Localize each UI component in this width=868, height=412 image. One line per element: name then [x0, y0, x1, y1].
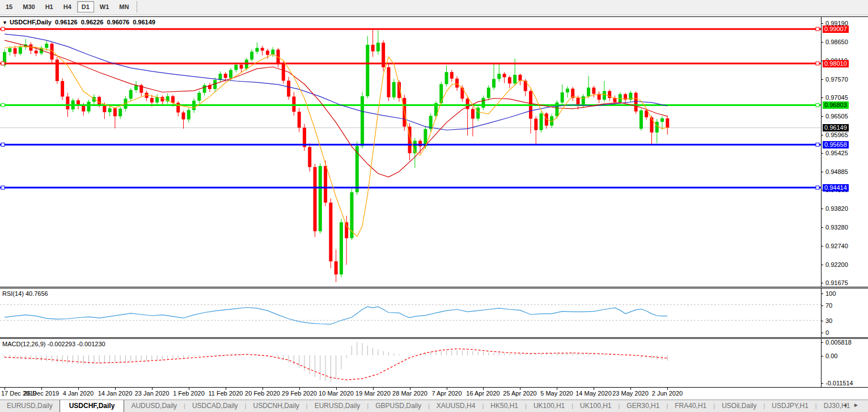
- hline-handle[interactable]: [1, 103, 5, 107]
- tab-fra40-h1[interactable]: FRA40,H1: [668, 400, 713, 412]
- price-axis-label: 0.94885: [825, 169, 848, 175]
- candle: [197, 91, 201, 103]
- tab-gbpusd-daily[interactable]: GBPUSD,Daily: [369, 400, 428, 412]
- candle: [545, 112, 548, 129]
- candle: [282, 61, 285, 84]
- hline-handle[interactable]: [1, 186, 5, 189]
- date-axis-label: 14 May 2020: [575, 390, 612, 397]
- candle: [14, 46, 17, 57]
- timeframe-button-d1[interactable]: D1: [77, 1, 94, 12]
- date-axis-label: 23 May 2020: [612, 390, 649, 397]
- rsi-axis-border: [821, 288, 822, 337]
- chart-title: USDCHF,Daily: [10, 19, 52, 26]
- candle: [592, 86, 595, 98]
- rsi-line: [5, 307, 667, 324]
- candle: [314, 164, 317, 237]
- candle: [450, 70, 454, 82]
- candle: [566, 86, 569, 97]
- date-axis-label: 14 Jan 2020: [98, 390, 133, 397]
- candle: [139, 84, 143, 96]
- candle: [160, 96, 164, 105]
- tab-hk50-h1[interactable]: HK50,H1: [484, 400, 525, 412]
- candle: [608, 90, 611, 101]
- tab-usdchf-daily[interactable]: USDCHF,Daily: [60, 400, 125, 412]
- date-axis-label: 25 Apr 2020: [503, 390, 536, 397]
- tab-uk100-h1[interactable]: UK100,H1: [573, 400, 618, 412]
- tab-scroll-left-icon[interactable]: ◄: [842, 402, 853, 408]
- candlestick-chart[interactable]: [0, 17, 821, 287]
- macd-axis-tick: [821, 383, 823, 384]
- tab-usdjpy-h1[interactable]: USDJPY,H1: [765, 400, 815, 412]
- macd-axis-label: 0.00: [825, 353, 837, 359]
- price-axis-label: 0.97045: [825, 95, 848, 101]
- price-badge: 0.94414: [823, 184, 849, 192]
- hline-handle[interactable]: [1, 27, 5, 31]
- price-axis-tick: [821, 135, 823, 135]
- candle: [218, 71, 222, 83]
- tab-scroll-right-icon[interactable]: ►: [853, 402, 865, 408]
- rsi-axis-tick: [821, 333, 823, 333]
- candle: [371, 29, 375, 57]
- rsi-axis-tick: [821, 294, 823, 294]
- trading-platform-window: 15M30H1H4D1W1MN ▼USDCHF,Daily0.961260.96…: [0, 0, 868, 412]
- candle: [166, 94, 170, 104]
- price-axis-tick: [821, 42, 823, 43]
- hline-handle[interactable]: [816, 27, 819, 31]
- price-badge: 0.99007: [823, 26, 849, 33]
- candle: [387, 64, 390, 101]
- price-axis-label: 0.92740: [825, 243, 848, 249]
- candle: [261, 46, 264, 56]
- timeframe-button-w1[interactable]: W1: [95, 1, 114, 12]
- tab-xauusd-h4[interactable]: XAUUSD,H4: [430, 400, 482, 412]
- tab-audusd-daily[interactable]: AUDUSD,Daily: [124, 400, 184, 412]
- date-axis-label: 19 Mar 2020: [355, 390, 391, 397]
- rsi-axis-label: 100: [825, 291, 836, 297]
- candle: [118, 107, 122, 119]
- timeframe-button-h4[interactable]: H4: [59, 1, 76, 12]
- candle: [455, 76, 459, 91]
- tab-usoil-daily[interactable]: USOil,Daily: [715, 400, 763, 412]
- hline-handle[interactable]: [1, 143, 5, 146]
- candle: [182, 111, 185, 129]
- price-badge: 0.95658: [823, 141, 849, 148]
- tab-ger30-h1[interactable]: GER30,H1: [620, 400, 666, 412]
- candle: [445, 66, 448, 87]
- date-axis-label: 26 Dec 2019: [24, 390, 59, 397]
- candle: [634, 91, 638, 114]
- price-axis-tick: [821, 172, 823, 172]
- candle: [571, 87, 574, 101]
- quote-open: 0.96126: [55, 19, 78, 26]
- tab-usdcad-daily[interactable]: USDCAD,Daily: [185, 400, 245, 412]
- candle: [208, 83, 211, 92]
- candle: [408, 123, 412, 160]
- symbol-tab-bar: EURUSD,DailyUSDCHF,DailyAUDUSD,Daily|USD…: [0, 400, 868, 412]
- candle: [518, 74, 522, 86]
- tab-eurusd-daily[interactable]: EURUSD,Daily: [0, 400, 60, 412]
- rsi-chart[interactable]: [0, 288, 821, 337]
- candle: [603, 81, 606, 102]
- hline-handle[interactable]: [816, 62, 819, 65]
- candle: [476, 105, 480, 121]
- candle: [271, 47, 274, 57]
- hline-handle[interactable]: [816, 186, 819, 189]
- timeframe-button-h1[interactable]: H1: [41, 1, 58, 12]
- hline-handle[interactable]: [1, 62, 5, 65]
- price-axis-label: 0.95425: [825, 150, 848, 156]
- timeframe-button-15[interactable]: 15: [1, 1, 17, 12]
- price-axis-tick: [821, 283, 823, 283]
- candle: [335, 249, 338, 282]
- price-axis-tick: [821, 246, 823, 247]
- timeframe-button-mn[interactable]: MN: [115, 1, 133, 12]
- candle: [61, 78, 64, 100]
- tab-eurusd-daily[interactable]: EURUSD,Daily: [308, 400, 367, 412]
- hline-handle[interactable]: [816, 143, 819, 146]
- tab-uk100-h1[interactable]: UK100,H1: [527, 400, 571, 412]
- timeframe-button-m30[interactable]: M30: [18, 1, 39, 12]
- macd-chart[interactable]: [0, 339, 821, 387]
- candle: [624, 93, 627, 103]
- hline-handle[interactable]: [816, 103, 819, 107]
- symbol-dropdown-icon[interactable]: ▼: [2, 20, 7, 26]
- quote-close: 0.96149: [133, 19, 155, 26]
- price-axis-label: 0.93820: [825, 206, 848, 212]
- tab-usdcnh-daily[interactable]: USDCNH,Daily: [246, 400, 306, 412]
